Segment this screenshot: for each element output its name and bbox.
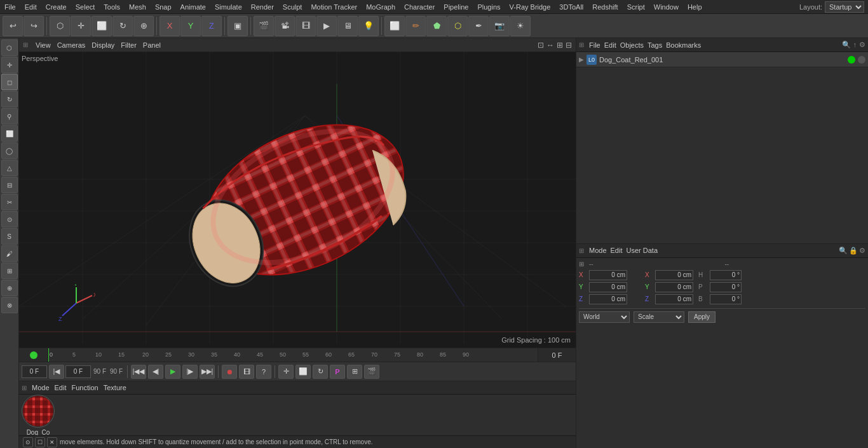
- floor-button[interactable]: ⊟: [1, 177, 18, 193]
- menu-vraybridge[interactable]: V-Ray Bridge: [505, 2, 555, 12]
- axis-x-button[interactable]: X: [159, 16, 180, 36]
- select-tool-button[interactable]: ⬡: [50, 16, 70, 36]
- menu-simulate[interactable]: Simulate: [210, 2, 247, 12]
- redo-button[interactable]: ↪: [24, 16, 44, 36]
- menu-character[interactable]: Character: [400, 2, 439, 12]
- uv-button[interactable]: ⊞: [1, 262, 18, 279]
- x-pos-input[interactable]: [589, 270, 627, 280]
- prev-marker-button[interactable]: |◀: [49, 365, 64, 379]
- axis-z-button[interactable]: Z: [201, 16, 222, 36]
- menu-render[interactable]: Render: [247, 2, 278, 12]
- vp-icon-3[interactable]: ⊞: [557, 41, 563, 50]
- rotate-button[interactable]: ↻: [1, 91, 18, 107]
- step-back-button[interactable]: ◀|: [148, 365, 163, 379]
- menu-window[interactable]: Window: [649, 2, 683, 12]
- viewport-menu-display[interactable]: Display: [92, 41, 114, 49]
- knife-button[interactable]: ✂: [1, 194, 18, 210]
- vp-render-button[interactable]: 🖥: [337, 16, 358, 36]
- object-mode-button[interactable]: ▣: [227, 16, 248, 36]
- timeline-track[interactable]: 0 5 10 15 20 25 30 35 40 45 50 55 60 65: [48, 348, 538, 362]
- render-button[interactable]: ▶: [316, 16, 337, 36]
- menu-animate[interactable]: Animate: [176, 2, 210, 12]
- object-row-coat[interactable]: ▶ L0 Dog_Coat_Red_001: [576, 52, 868, 67]
- menu-snap[interactable]: Snap: [151, 2, 176, 12]
- z-pos-input[interactable]: [589, 294, 627, 304]
- viewport-menu-filter[interactable]: Filter: [121, 41, 136, 49]
- play-button[interactable]: ▶: [165, 365, 180, 379]
- z-rot-input[interactable]: [655, 294, 693, 304]
- p-input[interactable]: [710, 282, 742, 292]
- visibility-dot-1[interactable]: [848, 56, 855, 64]
- grid-button[interactable]: ⊞: [347, 365, 362, 379]
- menu-mesh[interactable]: Mesh: [125, 2, 151, 12]
- attr-menu-mode[interactable]: Mode: [589, 247, 607, 254]
- go-end-button[interactable]: ▶▶|: [200, 365, 215, 379]
- light-button[interactable]: 💡: [358, 16, 379, 36]
- attr-menu-userdata[interactable]: User Data: [627, 247, 658, 254]
- cube-button[interactable]: ⬜: [384, 16, 405, 36]
- spline-button[interactable]: ✏: [405, 16, 426, 36]
- rotate-tool-button[interactable]: ↻: [112, 16, 133, 36]
- obj-up-icon[interactable]: ↑: [853, 41, 857, 49]
- status-icon-2[interactable]: ☐: [35, 437, 45, 447]
- mat-menu-create[interactable]: Mode: [32, 384, 50, 391]
- apply-button[interactable]: Apply: [688, 311, 715, 323]
- scale-button[interactable]: ◻: [1, 74, 18, 90]
- move-button[interactable]: ✛: [1, 57, 18, 73]
- undo-button[interactable]: ↩: [3, 16, 23, 36]
- attr-lock-icon[interactable]: 🔒: [849, 247, 858, 255]
- menu-edit[interactable]: Edit: [20, 2, 41, 12]
- 3d-viewport[interactable]: Perspective: [19, 52, 576, 348]
- status-icon-3[interactable]: ✕: [47, 437, 57, 447]
- light2-button[interactable]: ☀: [510, 16, 531, 36]
- deform-button[interactable]: ⬡: [447, 16, 468, 36]
- start-frame-input[interactable]: [22, 365, 47, 378]
- live-sel-button[interactable]: ⬡: [1, 39, 18, 56]
- scale-tool-button[interactable]: ⬜: [92, 16, 112, 36]
- status-icon-1[interactable]: ⊙: [23, 437, 33, 447]
- obj-settings-icon[interactable]: ⚙: [859, 41, 865, 49]
- menu-3dtoall[interactable]: 3DToAll: [555, 2, 588, 12]
- render-pb-button[interactable]: 🎬: [364, 365, 379, 379]
- paint-button[interactable]: 🖌: [1, 245, 18, 262]
- menu-plugins[interactable]: Plugins: [473, 2, 505, 12]
- viewport-menu-view[interactable]: View: [36, 41, 51, 49]
- menu-sculpt[interactable]: Sculpt: [278, 2, 307, 12]
- mat-menu-edit[interactable]: Edit: [55, 384, 67, 391]
- y-rot-input[interactable]: [655, 282, 693, 292]
- visibility-dot-2[interactable]: [858, 56, 865, 64]
- attr-menu-edit[interactable]: Edit: [611, 247, 623, 254]
- obj-menu-file[interactable]: File: [589, 41, 600, 49]
- h-input[interactable]: [710, 270, 742, 280]
- x-rot-input[interactable]: [655, 270, 693, 280]
- transform-tool-button[interactable]: ⊕: [133, 16, 154, 36]
- p-button[interactable]: P: [330, 365, 345, 379]
- move-pb-button[interactable]: ✛: [278, 365, 294, 379]
- cone-button[interactable]: △: [1, 160, 18, 176]
- attr-search-icon[interactable]: 🔍: [839, 247, 848, 255]
- viewport-corner-icon[interactable]: ⊞: [23, 41, 28, 48]
- menu-motiontracker[interactable]: Motion Tracker: [306, 2, 362, 12]
- spline2-button[interactable]: ⚲: [1, 108, 18, 125]
- menu-mograph[interactable]: MoGraph: [362, 2, 400, 12]
- obj-menu-tags[interactable]: Tags: [648, 41, 662, 49]
- step-fwd-button[interactable]: |▶: [182, 365, 198, 379]
- current-frame-input[interactable]: [65, 365, 91, 378]
- vp-icon-1[interactable]: ⊡: [538, 41, 544, 50]
- menu-select[interactable]: Select: [71, 2, 100, 12]
- picture-viewer-button[interactable]: 📽: [275, 16, 295, 36]
- icon16[interactable]: ⊗: [1, 297, 18, 313]
- mat-menu-texture[interactable]: Texture: [104, 384, 126, 391]
- camera-button[interactable]: 📷: [489, 16, 510, 36]
- world-select[interactable]: World: [579, 311, 630, 323]
- material-item[interactable]: Dog_Co: [22, 395, 55, 436]
- move-tool-button[interactable]: ✛: [71, 16, 91, 36]
- rotate-pb-button[interactable]: ↻: [313, 365, 328, 379]
- timeline-ruler[interactable]: 0 5 10 15 20 25 30 35 40 45 50 55 60 65: [19, 348, 576, 362]
- b-input[interactable]: [710, 294, 742, 304]
- menu-file[interactable]: File: [0, 2, 20, 12]
- render-settings-button[interactable]: 🎞: [295, 16, 316, 36]
- menu-help[interactable]: Help: [683, 2, 707, 12]
- box-shape-button[interactable]: ⬜: [1, 125, 18, 142]
- obj-menu-edit[interactable]: Edit: [604, 41, 616, 49]
